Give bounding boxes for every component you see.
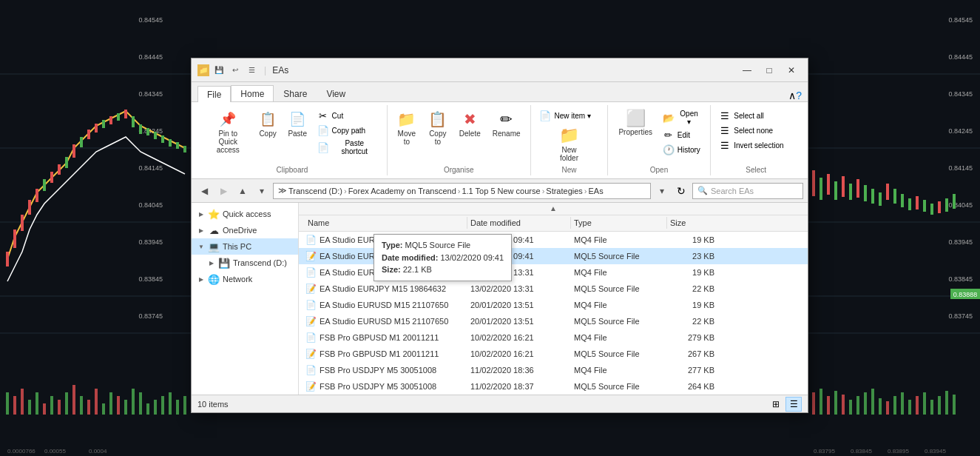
- svg-rect-21: [36, 189, 38, 202]
- delete-button[interactable]: ✖ Delete: [454, 108, 486, 148]
- col-date[interactable]: Date modified: [467, 217, 571, 229]
- copy-to-label: Copyto: [429, 130, 446, 146]
- edit-icon: ✏: [663, 129, 675, 141]
- select-all-label: Select all: [734, 112, 764, 120]
- table-row[interactable]: 📝 EA Studio EURUSD M15 21107650 20/01/20…: [299, 313, 808, 329]
- select-all-icon: ☰: [719, 110, 731, 121]
- new-folder-button[interactable]: 📁 Newfolder: [552, 124, 585, 164]
- svg-rect-89: [864, 185, 867, 201]
- path-forex[interactable]: Forex Academy on Transcend: [348, 187, 456, 195]
- table-row[interactable]: 📄 EA Studio EURUSD M15 21107650 20/01/20…: [299, 297, 808, 313]
- nav-item-quick-access[interactable]: ▶ ⭐ Quick access: [192, 206, 298, 222]
- path-sep-3: ›: [542, 187, 545, 195]
- file-type-icon: 📝: [305, 348, 317, 360]
- svg-rect-27: [80, 137, 83, 147]
- table-row[interactable]: 📝 EA Studio EURJPY M15 19864632 13/02/20…: [299, 281, 808, 297]
- ribbon-collapse-button[interactable]: ∧: [788, 90, 796, 101]
- open-button[interactable]: 📂 Open ▾: [659, 108, 705, 127]
- select-all-button[interactable]: ☰ Select all: [715, 108, 797, 123]
- minimize-button[interactable]: —: [737, 60, 757, 81]
- svg-rect-65: [176, 400, 179, 415]
- file-name: EA Studio EURJPY M15 19864632: [320, 284, 470, 293]
- svg-rect-43: [13, 396, 16, 415]
- tab-file[interactable]: File: [197, 86, 231, 102]
- move-to-button[interactable]: 📁 Moveto: [392, 108, 422, 148]
- copy-path-button[interactable]: 📄 Copy path: [314, 123, 381, 138]
- svg-rect-23: [50, 172, 53, 183]
- status-bar: 10 items ⊞ ☰: [192, 395, 808, 412]
- new-item-icon: 📄: [539, 110, 551, 121]
- table-row[interactable]: 📄 FSB Pro USDJPY M5 30051008 11/02/2020 …: [299, 362, 808, 378]
- nav-item-this-pc[interactable]: ▼ 💻 This PC: [192, 238, 298, 255]
- nav-item-network[interactable]: ▶ 🌐 Network: [192, 271, 298, 287]
- file-type-icon: 📝: [305, 380, 317, 392]
- ribbon-group-open: ⬜ Properties 📂 Open ▾ ✏ Edit �: [608, 105, 710, 175]
- svg-rect-82: [812, 170, 815, 196]
- svg-rect-87: [849, 184, 852, 200]
- tooltip-type-row: Type: MQL5 Source File: [382, 239, 504, 252]
- svg-rect-51: [72, 385, 75, 415]
- new-label: New: [537, 164, 602, 175]
- path-eas[interactable]: EAs: [589, 187, 604, 195]
- delete-label: Delete: [459, 130, 481, 138]
- up-button[interactable]: ▲: [234, 183, 251, 199]
- rename-button[interactable]: ✏ Rename: [487, 108, 526, 148]
- new-item-button[interactable]: 📄 New item ▾: [535, 108, 602, 123]
- col-name[interactable]: Name: [305, 217, 467, 229]
- paste-shortcut-button[interactable]: 📄 Paste shortcut: [314, 138, 381, 157]
- properties-button[interactable]: ⬜ Properties: [614, 108, 658, 138]
- path-transcend[interactable]: Transcend (D:): [288, 187, 342, 195]
- svg-text:0.84545: 0.84545: [948, 16, 973, 24]
- address-path[interactable]: ≫ Transcend (D:) › Forex Academy on Tran…: [273, 183, 651, 199]
- nav-item-onedrive[interactable]: ▶ ☁ OneDrive: [192, 222, 298, 238]
- tab-share[interactable]: Share: [274, 85, 317, 101]
- col-type[interactable]: Type: [571, 217, 667, 229]
- select-none-button[interactable]: ☰ Select none: [715, 123, 797, 138]
- paste-button[interactable]: 📄 Paste: [283, 108, 312, 140]
- search-placeholder: Search EAs: [711, 187, 754, 195]
- search-box[interactable]: 🔍 Search EAs: [692, 183, 803, 199]
- svg-rect-122: [945, 391, 948, 415]
- close-button[interactable]: ✕: [781, 60, 802, 81]
- col-size[interactable]: Size: [667, 217, 712, 229]
- cut-button[interactable]: ✂ Cut: [314, 108, 381, 123]
- svg-rect-2: [191, 413, 808, 456]
- table-row[interactable]: 📝 FSB Pro USDJPY M5 30051008 11/02/2020 …: [299, 378, 808, 395]
- refresh-button[interactable]: ↻: [673, 183, 689, 199]
- undo-button[interactable]: ↩: [229, 64, 242, 77]
- large-icons-view-button[interactable]: ⊞: [768, 397, 784, 412]
- tab-view[interactable]: View: [317, 85, 355, 101]
- tab-home[interactable]: Home: [231, 85, 274, 101]
- history-button[interactable]: 🕐 History: [659, 142, 705, 157]
- table-row[interactable]: 📄 FSB Pro GBPUSD M1 20011211 10/02/2020 …: [299, 329, 808, 346]
- open-label: Open ▾: [677, 110, 701, 126]
- svg-rect-96: [916, 196, 919, 209]
- svg-rect-39: [169, 139, 172, 147]
- dropdown-path-button[interactable]: ▾: [654, 183, 670, 199]
- save-button[interactable]: 💾: [212, 64, 226, 77]
- svg-rect-121: [938, 396, 941, 415]
- path-course[interactable]: 1.1 Top 5 New course: [462, 187, 540, 195]
- paste-shortcut-label: Paste shortcut: [332, 139, 377, 155]
- table-row[interactable]: 📝 FSB Pro GBPUSD M1 20011211 10/02/2020 …: [299, 346, 808, 362]
- svg-text:0.83945: 0.83945: [948, 238, 973, 246]
- maximize-button[interactable]: □: [759, 60, 780, 81]
- expand-icon-transcend: ▶: [208, 259, 215, 266]
- svg-rect-64: [169, 392, 172, 415]
- recent-locations-button[interactable]: ▾: [254, 183, 270, 199]
- edit-button[interactable]: ✏ Edit: [659, 127, 705, 142]
- path-strategies[interactable]: Strategies: [546, 187, 583, 195]
- copy-button[interactable]: 📋 Copy: [254, 108, 281, 140]
- copy-to-button[interactable]: 📋 Copyto: [423, 108, 453, 148]
- details-view-button[interactable]: ☰: [785, 397, 802, 412]
- properties-quick-button[interactable]: ☰: [245, 64, 258, 77]
- svg-text:0.83945: 0.83945: [138, 238, 163, 246]
- invert-selection-button[interactable]: ☰ Invert selection: [715, 138, 797, 152]
- svg-rect-118: [916, 396, 919, 415]
- back-button[interactable]: ◀: [196, 183, 212, 199]
- svg-rect-112: [871, 389, 874, 415]
- forward-button[interactable]: ▶: [215, 183, 232, 199]
- help-button[interactable]: ?: [796, 90, 802, 101]
- nav-item-transcend[interactable]: ▶ 💾 Transcend (D:): [192, 255, 298, 271]
- pin-button[interactable]: 📌 Pin to Quickaccess: [203, 108, 252, 156]
